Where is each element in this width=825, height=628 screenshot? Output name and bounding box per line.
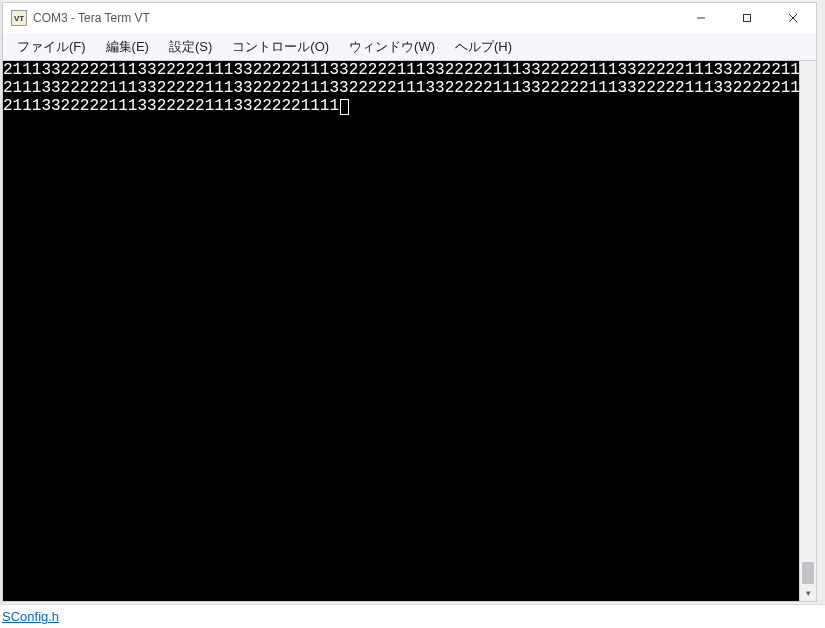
menu-setting[interactable]: 設定(S) [159,34,222,60]
maximize-icon [742,13,752,23]
minimize-icon [696,13,706,23]
menu-edit[interactable]: 編集(E) [96,34,159,60]
svg-rect-1 [744,15,751,22]
bottom-link[interactable]: SConfig.h [2,609,59,624]
right-window-edge [818,0,825,602]
terminal-line: 2111332222211133222221113322222111332222… [3,79,799,97]
menu-window[interactable]: ウィンドウ(W) [339,34,445,60]
menu-file[interactable]: ファイル(F) [7,34,96,60]
terminal-area: 2111332222211133222221113322222111332222… [3,61,816,601]
scrollbar-down-arrow-icon[interactable]: ▾ [800,584,816,601]
menu-help[interactable]: ヘルプ(H) [445,34,522,60]
close-button[interactable] [770,3,816,33]
menu-control[interactable]: コントロール(O) [222,34,339,60]
window-title: COM3 - Tera Term VT [33,11,678,25]
menubar: ファイル(F) 編集(E) 設定(S) コントロール(O) ウィンドウ(W) ヘ… [3,33,816,61]
close-icon [788,13,798,23]
bottom-strip: SConfig.h [0,604,825,628]
scrollbar-thumb[interactable] [802,562,814,584]
titlebar[interactable]: VT COM3 - Tera Term VT [3,3,816,33]
app-icon: VT [11,10,27,26]
terminal-line: 2111332222211133222221113322222111332222… [3,61,799,79]
terminal-line: 21113322222111332222211133222221111 [3,97,799,115]
teraterm-window: VT COM3 - Tera Term VT ファイル(F) 編集(E) 設定(… [2,2,817,602]
terminal-output[interactable]: 2111332222211133222221113322222111332222… [3,61,799,601]
maximize-button[interactable] [724,3,770,33]
minimize-button[interactable] [678,3,724,33]
terminal-cursor [340,99,349,115]
vertical-scrollbar[interactable]: ▾ [799,61,816,601]
window-controls [678,3,816,33]
